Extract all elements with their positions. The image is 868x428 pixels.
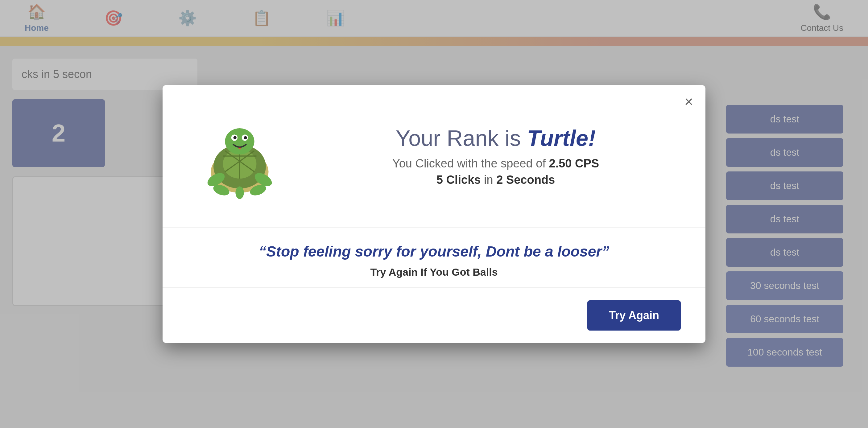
modal-top-section: Your Rank is Turtle! You Clicked with th… [162, 85, 706, 228]
svg-point-16 [235, 187, 244, 199]
turtle-image [187, 104, 292, 208]
rank-title: Your Rank is Turtle! [311, 126, 681, 151]
close-button[interactable]: × [684, 94, 693, 109]
clicks-count: 5 Clicks [436, 173, 481, 186]
rank-info: Your Rank is Turtle! You Clicked with th… [311, 126, 681, 187]
svg-point-7 [225, 128, 254, 155]
rank-name: Turtle! [527, 126, 596, 151]
quote-text: “Stop feeling sorry for yourself, Dont b… [187, 243, 681, 260]
speed-text: You Clicked with the speed of [392, 157, 546, 170]
rank-clicks: 5 Clicks in 2 Seconds [311, 173, 681, 187]
rank-prefix: Your Rank is [396, 126, 521, 151]
modal-overlay: × [0, 0, 868, 428]
seconds-value: 2 Seconds [496, 173, 555, 186]
modal-footer: Try Again [162, 288, 706, 343]
sub-quote-text: Try Again If You Got Balls [187, 266, 681, 278]
svg-point-10 [234, 136, 237, 139]
cps-value: 2.50 CPS [549, 157, 599, 170]
svg-point-11 [244, 136, 247, 139]
try-again-button[interactable]: Try Again [587, 300, 681, 331]
clicks-suffix: in [484, 173, 493, 186]
modal-quote-section: “Stop feeling sorry for yourself, Dont b… [162, 228, 706, 288]
result-modal: × [162, 85, 706, 343]
rank-speed: You Clicked with the speed of 2.50 CPS [311, 157, 681, 170]
